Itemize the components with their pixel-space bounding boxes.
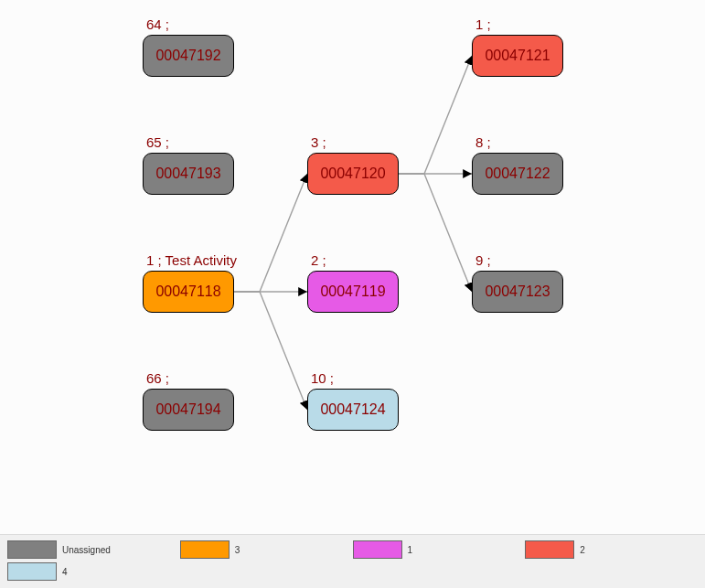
node-00047124[interactable]: 00047124 xyxy=(307,389,399,431)
legend: Unassigned3124 xyxy=(0,534,705,588)
legend-label: 2 xyxy=(580,545,585,555)
node-label: 66 ; xyxy=(146,370,169,386)
node-label: 9 ; xyxy=(475,252,491,268)
node-00047121[interactable]: 00047121 xyxy=(472,35,563,77)
node-label: 65 ; xyxy=(146,134,169,150)
edge xyxy=(234,174,307,292)
node-00047118[interactable]: 00047118 xyxy=(143,271,234,313)
legend-item: 3 xyxy=(180,540,353,559)
node-label: 1 ; xyxy=(475,16,491,32)
legend-label: 1 xyxy=(408,545,413,555)
node-00047194[interactable]: 00047194 xyxy=(143,389,234,431)
legend-item: 4 xyxy=(7,562,180,581)
legend-item: Unassigned xyxy=(7,540,180,559)
node-00047119[interactable]: 00047119 xyxy=(307,271,399,313)
legend-label: Unassigned xyxy=(62,545,111,555)
legend-label: 3 xyxy=(235,545,240,555)
node-label: 2 ; xyxy=(311,252,326,268)
node-label: 10 ; xyxy=(311,370,334,386)
edge xyxy=(234,292,307,410)
node-00047123[interactable]: 00047123 xyxy=(472,271,563,313)
node-00047120[interactable]: 00047120 xyxy=(307,153,399,195)
node-label: 8 ; xyxy=(475,134,491,150)
legend-swatch xyxy=(7,562,57,581)
legend-swatch xyxy=(353,540,402,559)
edge xyxy=(399,174,472,292)
diagram-canvas: 64 ;0004719265 ;000471931 ; Test Activit… xyxy=(0,0,705,588)
legend-label: 4 xyxy=(62,567,68,577)
legend-swatch xyxy=(180,540,230,559)
node-label: 3 ; xyxy=(311,134,326,150)
node-label: 1 ; Test Activity xyxy=(146,252,237,268)
legend-swatch xyxy=(7,540,57,559)
node-00047193[interactable]: 00047193 xyxy=(143,153,234,195)
node-00047192[interactable]: 00047192 xyxy=(143,35,234,77)
legend-swatch xyxy=(525,540,574,559)
legend-item: 1 xyxy=(353,540,526,559)
legend-item: 2 xyxy=(525,540,698,559)
node-label: 64 ; xyxy=(146,16,169,32)
edge xyxy=(399,56,472,174)
node-00047122[interactable]: 00047122 xyxy=(472,153,563,195)
